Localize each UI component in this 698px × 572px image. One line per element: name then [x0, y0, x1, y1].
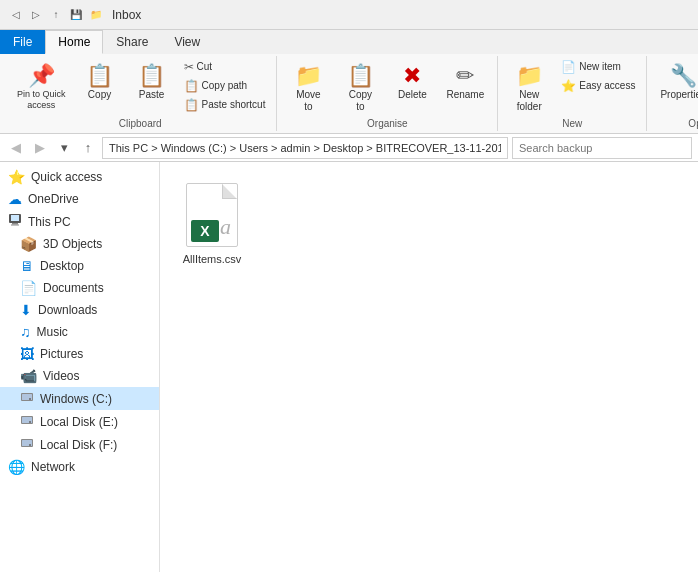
up-icon[interactable]: ↑	[48, 7, 64, 23]
properties-button[interactable]: 🔧 Properties	[653, 58, 698, 104]
tab-share[interactable]: Share	[103, 30, 161, 54]
sidebar-item-onedrive[interactable]: ☁ OneDrive	[0, 188, 159, 210]
tab-view[interactable]: View	[161, 30, 213, 54]
properties-label: Properties	[660, 89, 698, 101]
address-input[interactable]	[102, 137, 508, 159]
sidebar-label-this-pc: This PC	[28, 215, 71, 229]
sidebar-label-onedrive: OneDrive	[28, 192, 79, 206]
new-item-label: New item	[579, 61, 621, 73]
computer-icon	[8, 213, 22, 230]
file-item-allitems[interactable]: X a AllItems.csv	[172, 174, 252, 272]
downloads-icon: ⬇	[20, 302, 32, 318]
excel-badge: X	[191, 220, 219, 242]
3d-objects-icon: 📦	[20, 236, 37, 252]
sidebar-item-downloads[interactable]: ⬇ Downloads	[0, 299, 159, 321]
title-bar: ◁ ▷ ↑ 💾 📁 Inbox	[0, 0, 698, 30]
move-to-button[interactable]: 📁 Move to	[283, 58, 333, 116]
music-icon: ♫	[20, 324, 31, 340]
organise-buttons: 📁 Move to 📋 Copy to ✖ Delete ✏ Rename	[283, 58, 491, 116]
sidebar-item-documents[interactable]: 📄 Documents	[0, 277, 159, 299]
ribbon-group-organise: 📁 Move to 📋 Copy to ✖ Delete ✏ Rename Or…	[277, 56, 498, 131]
search-input[interactable]	[512, 137, 692, 159]
delete-label: Delete	[398, 89, 427, 101]
ribbon-group-open: 🔧 Properties Op... Edi... His... Open	[647, 56, 698, 131]
copy-path-button[interactable]: 📋 Copy path	[179, 77, 271, 95]
svg-rect-3	[11, 225, 19, 226]
sidebar-label-3d: 3D Objects	[43, 237, 102, 251]
svg-point-6	[29, 398, 31, 400]
up-directory-button[interactable]: ↑	[78, 138, 98, 158]
new-buttons: 📁 New folder 📄 New item ⭐ Easy access	[504, 58, 640, 116]
svg-point-12	[29, 444, 31, 446]
back-button[interactable]: ◀	[6, 138, 26, 158]
rename-button[interactable]: ✏ Rename	[439, 58, 491, 104]
star-icon: ⭐	[8, 169, 25, 185]
ribbon-content: 📌 Pin to Quick access 📋 Copy 📋 Paste ✂ C…	[0, 54, 698, 133]
save-icon[interactable]: 💾	[68, 7, 84, 23]
tab-home[interactable]: Home	[45, 30, 103, 54]
delete-icon: ✖	[403, 65, 421, 87]
paste-button[interactable]: 📋 Paste	[127, 58, 177, 104]
csv-file-icon: X a	[186, 183, 238, 247]
clipboard-buttons: 📌 Pin to Quick access 📋 Copy 📋 Paste ✂ C…	[10, 58, 270, 116]
file-grid: X a AllItems.csv	[172, 174, 686, 272]
paste-shortcut-icon: 📋	[184, 99, 199, 111]
new-item-button[interactable]: 📄 New item	[556, 58, 640, 76]
sidebar-label-videos: Videos	[43, 369, 79, 383]
new-label: New	[562, 116, 582, 129]
sidebar-item-this-pc[interactable]: This PC	[0, 210, 159, 233]
tab-file[interactable]: File	[0, 30, 45, 54]
sidebar-label-pictures: Pictures	[40, 347, 83, 361]
hard-disk-icon	[20, 390, 34, 407]
desktop-icon: 🖥	[20, 258, 34, 274]
paste-shortcut-button[interactable]: 📋 Paste shortcut	[179, 96, 271, 114]
scissors-icon: ✂	[184, 61, 194, 73]
sidebar-item-desktop[interactable]: 🖥 Desktop	[0, 255, 159, 277]
rename-icon: ✏	[456, 65, 474, 87]
delete-button[interactable]: ✖ Delete	[387, 58, 437, 104]
content-area: X a AllItems.csv	[160, 162, 698, 572]
new-folder-button[interactable]: 📁 New folder	[504, 58, 554, 116]
paste-label: Paste	[139, 89, 165, 101]
copy-to-label: Copy to	[349, 89, 372, 113]
sidebar-item-windows-c[interactable]: Windows (C:)	[0, 387, 159, 410]
sidebar-item-local-e[interactable]: Local Disk (E:)	[0, 410, 159, 433]
new-folder-icon: 📁	[516, 65, 543, 87]
network-icon: 🌐	[8, 459, 25, 475]
copy-button[interactable]: 📋 Copy	[75, 58, 125, 104]
clipboard-small-buttons: ✂ Cut 📋 Copy path 📋 Paste shortcut	[179, 58, 271, 114]
forward-button[interactable]: ▶	[30, 138, 50, 158]
new-small-buttons: 📄 New item ⭐ Easy access	[556, 58, 640, 95]
forward-history-icon[interactable]: ▷	[28, 7, 44, 23]
svg-rect-2	[12, 223, 18, 225]
disk-f-icon	[20, 436, 34, 453]
back-history-icon[interactable]: ◁	[8, 7, 24, 23]
sidebar-item-quick-access[interactable]: ⭐ Quick access	[0, 166, 159, 188]
cut-button[interactable]: ✂ Cut	[179, 58, 271, 76]
main-layout: ⭐ Quick access ☁ OneDrive This PC 📦 3D O…	[0, 162, 698, 572]
organise-label: Organise	[367, 116, 408, 129]
sidebar-item-pictures[interactable]: 🖼 Pictures	[0, 343, 159, 365]
copy-to-icon: 📋	[347, 65, 374, 87]
documents-icon: 📄	[20, 280, 37, 296]
sidebar-label-desktop: Desktop	[40, 259, 84, 273]
csv-letter: a	[220, 214, 231, 240]
address-bar-area: ◀ ▶ ▾ ↑	[0, 134, 698, 162]
easy-access-button[interactable]: ⭐ Easy access	[556, 77, 640, 95]
sidebar-item-music[interactable]: ♫ Music	[0, 321, 159, 343]
ribbon: File Home Share View 📌 Pin to Quick acce…	[0, 30, 698, 134]
pin-icon: 📌	[28, 65, 55, 87]
sidebar-item-videos[interactable]: 📹 Videos	[0, 365, 159, 387]
sidebar-item-local-f[interactable]: Local Disk (F:)	[0, 433, 159, 456]
copy-path-icon: 📋	[184, 80, 199, 92]
sidebar-item-network[interactable]: 🌐 Network	[0, 456, 159, 478]
pin-to-quick-access-button[interactable]: 📌 Pin to Quick access	[10, 58, 73, 114]
copy-to-button[interactable]: 📋 Copy to	[335, 58, 385, 116]
sidebar-item-3d-objects[interactable]: 📦 3D Objects	[0, 233, 159, 255]
ribbon-tab-list: File Home Share View	[0, 30, 698, 54]
open-label: Open	[688, 116, 698, 129]
easy-access-label: Easy access	[579, 80, 635, 92]
sidebar-label-local-f: Local Disk (F:)	[40, 438, 117, 452]
recent-locations-button[interactable]: ▾	[54, 138, 74, 158]
paste-icon: 📋	[138, 65, 165, 87]
